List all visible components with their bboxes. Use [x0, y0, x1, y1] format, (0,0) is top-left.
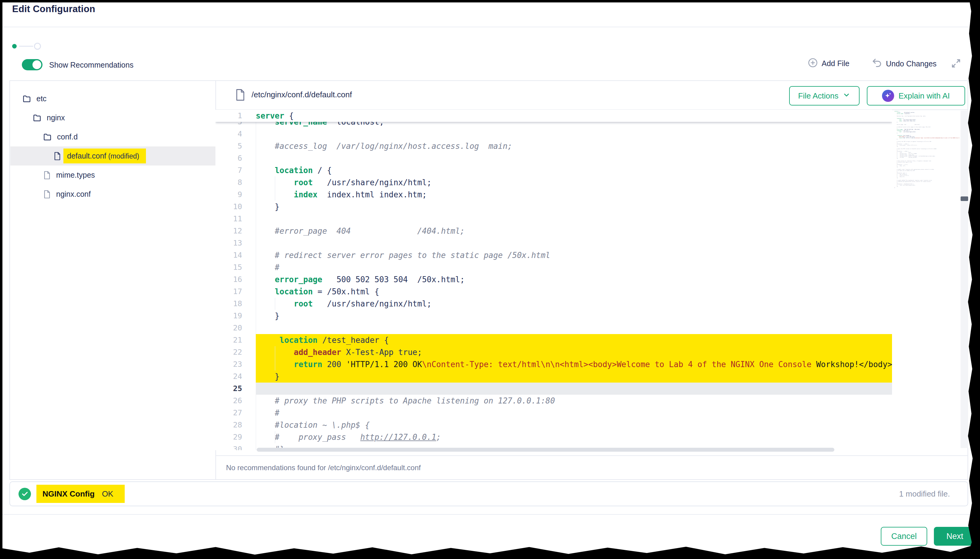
line-content [256, 322, 892, 334]
folder-icon [33, 113, 42, 122]
line-number: 21 [216, 334, 256, 346]
line-content: } [256, 370, 892, 382]
nginx-config-status-bar: NGINX Config OK 1 modified file. [9, 481, 968, 506]
chevron-down-icon [842, 91, 851, 101]
line-number: 15 [216, 261, 256, 273]
code-line-27[interactable]: 27 # [216, 407, 892, 419]
line-number: 8 [216, 177, 256, 189]
sticky-line-1[interactable]: 1 server { [216, 110, 892, 122]
tree-item-etc[interactable]: etc [10, 89, 227, 108]
code-line-17[interactable]: 17 location = /50x.html { [216, 286, 892, 298]
line-content [256, 128, 892, 140]
tree-item-nginx-conf[interactable]: nginx.conf [10, 185, 248, 204]
line-number: 12 [216, 225, 256, 237]
tree-item-mime-types[interactable]: mime.types [10, 165, 248, 185]
line-content: location = /50x.html { [256, 286, 892, 298]
line-content [256, 382, 892, 395]
line-content: server { [256, 110, 892, 122]
line-content: } [256, 310, 892, 322]
tree-item-label: nginx.conf [56, 190, 91, 198]
code-line-11[interactable]: 11 [216, 213, 892, 225]
torn-edge-top [0, 0, 980, 2]
vertical-scrollbar-track[interactable] [960, 111, 968, 448]
ai-sparkle-icon [882, 90, 894, 102]
line-number: 4 [216, 128, 256, 140]
vertical-scrollbar-thumb[interactable] [960, 197, 968, 201]
code-line-29[interactable]: 29 # proxy_pass http://127.0.0.1; [216, 431, 892, 443]
status-value: OK [102, 489, 113, 499]
undo-changes-button[interactable]: Undo Changes [871, 58, 937, 70]
code-line-6[interactable]: 6 [216, 152, 892, 164]
folder-icon [43, 132, 52, 142]
file-actions-label: File Actions [798, 91, 839, 101]
line-content: root /usr/share/nginx/html; [256, 177, 892, 189]
line-content: # [256, 407, 892, 419]
line-number: 6 [216, 152, 256, 164]
code-line-22[interactable]: 22 add_header X-Test-App true; [216, 346, 892, 358]
code-line-28[interactable]: 28 #location ~ \.php$ { [216, 419, 892, 431]
line-number: 11 [216, 213, 256, 225]
line-content: root /usr/share/nginx/html; [256, 298, 892, 310]
page-title: Edit Configuration [12, 3, 95, 15]
line-content [256, 152, 892, 164]
line-number: 14 [216, 249, 256, 261]
file-icon [43, 189, 51, 199]
line-number: 23 [216, 358, 256, 370]
show-recommendations-toggle[interactable] [22, 59, 43, 70]
line-number: 26 [216, 395, 256, 407]
add-file-button[interactable]: Add File [808, 58, 849, 69]
code-line-10[interactable]: 10 } [216, 201, 892, 213]
toggle-knob [33, 60, 41, 69]
code-line-8[interactable]: 8 root /usr/share/nginx/html; [216, 177, 892, 189]
code-line-12[interactable]: 12 #error_page 404 /404.html; [216, 225, 892, 237]
code-line-5[interactable]: 5 #access_log /var/log/nginx/host.access… [216, 140, 892, 152]
line-number: 5 [216, 140, 256, 152]
line-content [256, 213, 892, 225]
line-content: error_page 500 502 503 504 /50x.html; [256, 273, 892, 286]
tree-item-nginx[interactable]: nginx [10, 108, 237, 127]
line-number: 7 [216, 164, 256, 177]
status-label: NGINX Config [43, 489, 95, 499]
cancel-button[interactable]: Cancel [881, 527, 927, 546]
code-line-20[interactable]: 20 [216, 322, 892, 334]
code-line-23[interactable]: 23 return 200 'HTTP/1.1 200 OK\nContent-… [216, 358, 892, 370]
code-line-4[interactable]: 4 [216, 128, 892, 140]
status-chip: NGINX Config OK [36, 485, 125, 503]
expand-dialog-icon[interactable] [950, 58, 962, 70]
tree-item-label: nginx [47, 113, 65, 122]
torn-edge-left [0, 0, 2, 559]
horizontal-scrollbar-thumb[interactable] [257, 448, 834, 452]
code-editor[interactable]: 3 server_name localhost;45 #access_log /… [216, 110, 892, 450]
tree-item-conf-d[interactable]: conf.d [10, 127, 248, 146]
code-line-26[interactable]: 26 # proxy the PHP scripts to Apache lis… [216, 395, 892, 407]
explain-with-ai-button[interactable]: Explain with AI [867, 86, 965, 106]
stepper-step-2 [34, 43, 41, 50]
code-line-18[interactable]: 18 root /usr/share/nginx/html; [216, 298, 892, 310]
code-line-9[interactable]: 9 index index.html index.htm; [216, 189, 892, 201]
line-number: 30 [216, 443, 256, 450]
code-line-13[interactable]: 13 [216, 237, 892, 249]
code-line-15[interactable]: 15 # [216, 261, 892, 273]
line-number: 22 [216, 346, 256, 358]
explain-with-ai-label: Explain with AI [899, 91, 950, 101]
line-content: index index.html index.htm; [256, 189, 892, 201]
code-line-14[interactable]: 14 # redirect server error pages to the … [216, 249, 892, 261]
show-recommendations-label: Show Recommendations [49, 61, 134, 69]
line-content [256, 237, 892, 249]
recommendations-note-bar: No recommendations found for /etc/nginx/… [216, 455, 968, 479]
code-line-19[interactable]: 19 } [216, 310, 892, 322]
line-number: 18 [216, 298, 256, 310]
editor-minimap[interactable]: server { listen 80 default_server; serve… [894, 111, 959, 198]
line-content: #error_page 404 /404.html; [256, 225, 892, 237]
plus-circle-icon [808, 58, 818, 69]
code-line-7[interactable]: 7 location / { [216, 164, 892, 177]
stepper-step-1-active [12, 44, 17, 48]
code-line-21[interactable]: 21 location /test_header { [216, 334, 892, 346]
code-line-24[interactable]: 24 } [216, 370, 892, 382]
file-actions-button[interactable]: File Actions [789, 86, 859, 106]
code-line-16[interactable]: 16 error_page 500 502 503 504 /50x.html; [216, 273, 892, 286]
line-content: #location ~ \.php$ { [256, 419, 892, 431]
code-line-25[interactable]: 25 [216, 382, 892, 395]
tree-item-label: mime.types [56, 171, 95, 179]
line-number: 27 [216, 407, 256, 419]
